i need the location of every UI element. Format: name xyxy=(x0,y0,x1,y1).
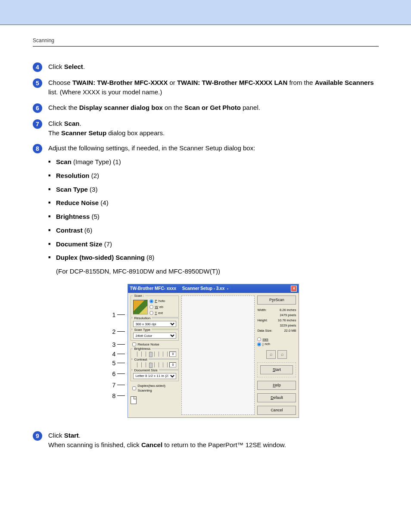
step-text: Check the Display scanner dialog box on … xyxy=(48,103,379,112)
scanner-setup-dialog: TW-Brother MFC- xxxx Scanner Setup - 3.x… xyxy=(128,284,299,418)
callout-line-icon xyxy=(117,385,125,385)
sublist-item: Scan (Image Type) (1) xyxy=(56,157,379,167)
sublist-item: Duplex (two-sided) Scanning (8) xyxy=(56,253,379,262)
text: Click xyxy=(48,63,64,70)
info-value: 8.26 inches xyxy=(274,308,296,313)
checkbox-label: Duplex(two-sided) Scanning xyxy=(137,383,179,393)
group-label: Document Size xyxy=(133,368,159,373)
text: list. (Where XXXX is your model name.) xyxy=(48,88,162,96)
bold-text: Select xyxy=(64,63,83,70)
sublist-item: Scan Type (3) xyxy=(56,185,379,194)
duplex-checkbox[interactable] xyxy=(132,386,136,390)
bold-text: Scan xyxy=(56,158,72,165)
dimension-info: Width:8.26 inches 2479 pixels Height:10.… xyxy=(257,308,296,333)
sublist-item: Brightness (5) xyxy=(56,212,379,221)
settings-sublist: Scan (Image Type) (1) Resolution (2) Sca… xyxy=(48,157,379,262)
running-head-rule xyxy=(33,46,379,47)
document-size-select[interactable]: Letter 8 1/2 x 11 in (215.9 x xyxy=(133,373,176,379)
scan-type-group: Scan Type 24bit Color xyxy=(131,330,179,341)
running-head: Scanning xyxy=(33,37,379,44)
text: (2) xyxy=(90,172,100,179)
radio-label: hoto xyxy=(159,299,165,304)
info-label: Data Size: xyxy=(257,329,273,333)
text: (7) xyxy=(103,240,112,248)
bold-text: Reduce Noise xyxy=(56,199,99,206)
step-number-bullet: 5 xyxy=(33,78,42,88)
step-list-continued: 9 Click Start. When scanning is finished… xyxy=(33,431,379,450)
callout-number: 3 xyxy=(112,340,116,349)
callout-number: 5 xyxy=(112,359,116,367)
sublist-item: Reduce Noise (4) xyxy=(56,198,379,208)
radio-label: eb xyxy=(159,305,163,310)
callout-line-icon xyxy=(117,373,125,374)
scan-type-select[interactable]: 24bit Color xyxy=(133,333,176,339)
zoom-row: ⌕ ⌕ xyxy=(257,350,296,359)
radio-input[interactable] xyxy=(257,342,261,346)
bold-text: Resolution xyxy=(56,172,90,179)
sublist-note: (For DCP-8155DN, MFC-8910DW and MFC-8950… xyxy=(56,267,379,276)
radio-mm[interactable]: mm xyxy=(257,337,296,342)
sublist-item: Resolution (2) xyxy=(56,171,379,180)
group-label: Brightness xyxy=(133,346,152,352)
prescan-button[interactable]: PreScan xyxy=(257,296,296,305)
dialog-titlebar[interactable]: TW-Brother MFC- xxxx Scanner Setup - 3.x… xyxy=(128,284,299,293)
start-button[interactable]: Start xyxy=(260,365,293,374)
callout-number: 7 xyxy=(112,381,116,389)
group-label: Contrast xyxy=(133,357,148,362)
magnifier-icon: ⌕ xyxy=(270,351,273,358)
radio-text[interactable]: Text xyxy=(149,311,165,316)
resolution-select[interactable]: 300 x 300 dpi xyxy=(133,321,176,327)
step-5: 5 Choose TWAIN: TW-Brother MFC-XXXX or T… xyxy=(33,78,379,97)
radio-input[interactable] xyxy=(149,299,153,303)
step-4: 4 Click Select. xyxy=(33,62,379,72)
bold-text: Brightness xyxy=(56,213,90,220)
dialog-right-panel: PreScan Width:8.26 inches 2479 pixels He… xyxy=(257,296,296,415)
button-label: Cancel xyxy=(271,408,283,412)
default-button[interactable]: Default xyxy=(257,393,296,402)
text: (6) xyxy=(83,227,93,234)
document-size-group: Document Size Letter 8 1/2 x 11 in (215.… xyxy=(131,370,179,381)
brightness-slider[interactable] xyxy=(133,352,168,357)
callout-number: 4 xyxy=(112,350,116,358)
page-orientation-icon[interactable] xyxy=(131,396,137,404)
close-icon[interactable]: × xyxy=(291,286,297,292)
callout-line-icon xyxy=(117,363,125,363)
brightness-value[interactable]: 0 xyxy=(169,352,176,357)
figure-callouts: 1 2 3 4 5 6 7 8 xyxy=(112,284,125,401)
bold-text: TWAIN: TW-Brother MFC-XXXX xyxy=(72,79,168,86)
radio-photo[interactable]: Photo xyxy=(149,299,165,304)
orientation-row xyxy=(131,395,179,404)
text: . xyxy=(79,432,81,439)
header-band xyxy=(0,0,411,25)
contrast-value[interactable]: 0 xyxy=(169,362,176,367)
scan-group: Scan : Photo Web Text xyxy=(131,296,179,317)
radio-web[interactable]: Web xyxy=(149,305,165,310)
radio-input[interactable] xyxy=(257,337,261,341)
text: from the xyxy=(287,79,314,86)
callout-number: 8 xyxy=(112,392,116,400)
preview-area[interactable] xyxy=(181,296,255,415)
zoom-in-button[interactable]: ⌕ xyxy=(266,350,276,359)
dialog-left-panel: Scan : Photo Web Text xyxy=(131,296,179,415)
text: Click xyxy=(48,432,64,439)
cancel-button[interactable]: Cancel xyxy=(257,406,296,415)
bold-text: Scan Type xyxy=(56,186,88,193)
text: The xyxy=(48,129,61,137)
callout-number: 6 xyxy=(112,370,116,378)
help-button[interactable]: Help xyxy=(257,381,296,390)
button-label: PreScan xyxy=(269,298,284,302)
bold-text: Scanner Setup xyxy=(61,129,106,137)
info-value: 2479 pixels xyxy=(274,313,296,318)
duplex-row: Duplex(two-sided) Scanning xyxy=(131,382,179,394)
zoom-out-button[interactable]: ⌕ xyxy=(277,350,287,359)
radio-input[interactable] xyxy=(149,311,153,315)
text: or xyxy=(168,79,177,86)
radio-input[interactable] xyxy=(149,305,153,309)
step-number-bullet: 6 xyxy=(33,103,42,113)
radio-inch[interactable]: inch xyxy=(257,342,296,347)
bold-text: Duplex (two-sided) Scanning xyxy=(56,254,145,261)
callout-line-icon xyxy=(117,331,125,332)
radio-label: mm xyxy=(262,337,268,342)
contrast-slider[interactable] xyxy=(133,362,168,367)
sublist-item: Contrast (6) xyxy=(56,226,379,235)
